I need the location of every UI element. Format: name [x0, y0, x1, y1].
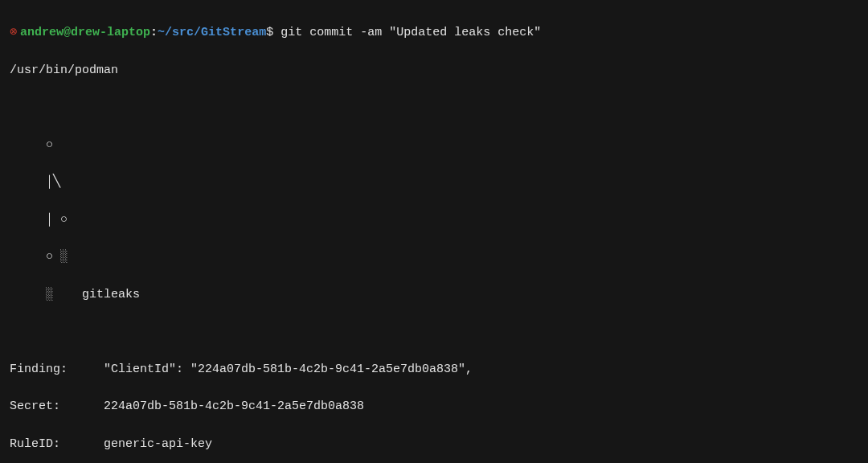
ascii-art-line: │╲ — [10, 173, 858, 191]
ruleid-value: generic-api-key — [104, 437, 212, 451]
prompt-line-1: ⊗andrew@drew-laptop:~/src/GitStream$ git… — [10, 23, 858, 42]
secret-value: 224a07db-581b-4c2b-9c41-2a5e7db0a838 — [104, 399, 364, 413]
prompt-colon: : — [150, 26, 158, 39]
ascii-art-line: ○ ░ — [10, 248, 858, 266]
output-podman-path: /usr/bin/podman — [10, 61, 858, 80]
finding-line: Finding: "ClientId": "224a07db-581b-4c2b… — [10, 360, 858, 379]
finding-value: "ClientId": "224a07db-581b-4c2b-9c41-2a5… — [104, 363, 473, 376]
finding-label: Finding: — [10, 363, 104, 376]
prompt-user: andrew — [20, 26, 63, 39]
blank-line — [10, 322, 858, 341]
secret-label: Secret: — [10, 399, 104, 413]
status-error-icon: ⊗ — [10, 26, 17, 39]
terminal-output[interactable]: ⊗andrew@drew-laptop:~/src/GitStream$ git… — [10, 5, 858, 463]
ascii-art-line: │ ○ — [10, 211, 858, 229]
prompt-at: @ — [63, 26, 71, 39]
command-text: git commit -am "Updated leaks check" — [280, 26, 541, 39]
ruleid-label: RuleID: — [10, 437, 104, 451]
prompt-host: drew-laptop — [71, 26, 150, 39]
secret-line: Secret: 224a07db-581b-4c2b-9c41-2a5e7db0… — [10, 397, 858, 416]
ascii-art-line: ○ — [10, 136, 858, 154]
ascii-art-line: ░ gitleaks — [10, 285, 858, 304]
prompt-path: ~/src/GitStream — [158, 26, 266, 39]
ruleid-line: RuleID: generic-api-key — [10, 435, 858, 453]
prompt-dollar: $ — [266, 26, 280, 39]
blank-line — [10, 98, 858, 117]
